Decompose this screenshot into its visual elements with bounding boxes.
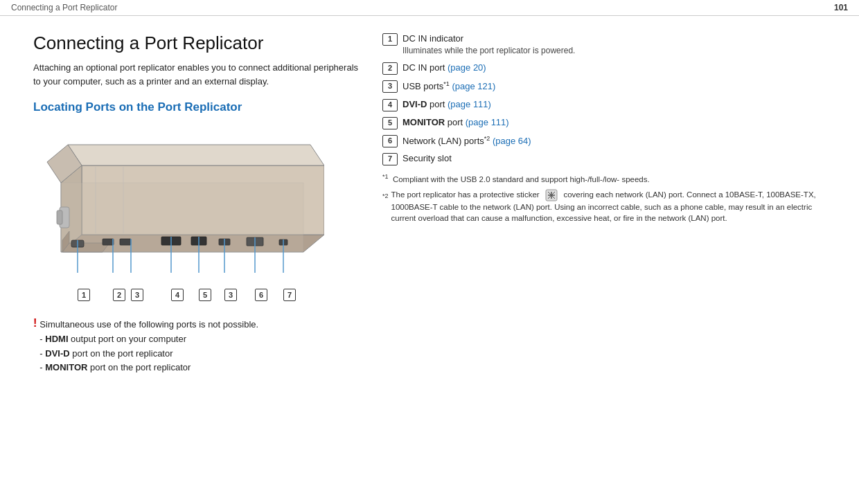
svg-marker-7 xyxy=(61,183,303,252)
number-row: 1 2 3 4 5 3 6 7 xyxy=(33,289,366,304)
page-number: 101 xyxy=(834,3,848,12)
port-num-3: 3 xyxy=(382,80,398,93)
footnote-2-text: The port replicator has a protective sti… xyxy=(391,189,837,224)
port-link-2[interactable]: (page 20) xyxy=(448,62,486,73)
num-badge-4: 4 xyxy=(171,289,184,301)
num-badge-5: 5 xyxy=(199,289,211,301)
fn-num-1: *1 xyxy=(382,173,389,180)
num-badge-2: 2 xyxy=(113,289,125,301)
warning-item-1: - HDMI output port on your computer xyxy=(39,332,258,347)
port-num-2: 2 xyxy=(382,62,398,75)
num-badge-7: 7 xyxy=(283,289,296,301)
port-link-3[interactable]: (page 121) xyxy=(452,81,495,91)
port-link-5[interactable]: (page 111) xyxy=(466,117,509,127)
port-item-5: 5 MONITOR port (page 111) xyxy=(382,116,837,129)
intro-text: Attaching an optional port replicator en… xyxy=(33,61,366,88)
right-panel: 1 DC IN indicator Illuminates while the … xyxy=(366,33,837,304)
num-badge-3b: 3 xyxy=(224,289,237,301)
port-num-4: 4 xyxy=(382,99,398,111)
port-desc-1: DC IN indicator Illuminates while the po… xyxy=(402,33,837,57)
port-item-1: 1 DC IN indicator Illuminates while the … xyxy=(382,33,837,57)
footnote-section: *1 Compliant with the USB 2.0 standard a… xyxy=(382,172,837,224)
port-replicator-diagram xyxy=(33,124,324,273)
port-desc-2: DC IN port (page 20) xyxy=(402,62,837,74)
bottom-warning: ! Simultaneous use of the following port… xyxy=(0,318,859,386)
port-num-1: 1 xyxy=(382,33,398,46)
svg-rect-11 xyxy=(103,239,114,245)
port-num-6: 6 xyxy=(382,135,398,147)
warning-block: ! Simultaneous use of the following port… xyxy=(33,318,826,375)
port-desc-7: Security slot xyxy=(402,152,837,165)
warning-symbol: ! xyxy=(33,318,37,329)
diagram-container xyxy=(33,124,324,283)
warning-content: Simultaneous use of the following ports … xyxy=(39,318,258,375)
port-item-4: 4 DVI-D port (page 111) xyxy=(382,98,837,111)
port-item-7: 7 Security slot xyxy=(382,152,837,165)
port-desc-5: MONITOR port (page 111) xyxy=(402,116,837,129)
port-desc-3: USB ports*1 (page 121) xyxy=(402,80,837,93)
port-link-4[interactable]: (page 111) xyxy=(448,99,491,109)
svg-rect-27 xyxy=(57,210,62,224)
warning-item-2: - DVI-D port on the port replicator xyxy=(39,347,258,361)
warning-item-3: - MONITOR port on the port replicator xyxy=(39,361,258,375)
svg-marker-3 xyxy=(68,145,324,165)
num-badge-3a: 3 xyxy=(131,289,143,301)
top-bar-left: Connecting a Port Replicator xyxy=(11,3,117,12)
page-title: Connecting a Port Replicator xyxy=(33,33,366,54)
port-desc-6: Network (LAN) ports*2 (page 64) xyxy=(402,134,837,148)
network-sticker-icon xyxy=(545,189,558,201)
fn-num-2: *2 xyxy=(382,192,389,201)
left-panel: Connecting a Port Replicator Attaching a… xyxy=(33,33,366,304)
port-item-3: 3 USB ports*1 (page 121) xyxy=(382,80,837,93)
warning-title-text: Simultaneous use of the following ports … xyxy=(39,318,258,332)
port-desc-4: DVI-D port (page 111) xyxy=(402,98,837,111)
port-item-6: 6 Network (LAN) ports*2 (page 64) xyxy=(382,134,837,148)
num-badge-6: 6 xyxy=(255,289,267,301)
footnote-2: *2 The port replicator has a protective … xyxy=(382,189,837,224)
port-list: 1 DC IN indicator Illuminates while the … xyxy=(382,33,837,165)
port-num-7: 7 xyxy=(382,153,398,165)
port-item-2: 2 DC IN port (page 20) xyxy=(382,62,837,75)
top-bar: Connecting a Port Replicator 101 xyxy=(0,0,859,16)
main-content: Connecting a Port Replicator Attaching a… xyxy=(0,16,859,315)
section-title: Locating Ports on the Port Replicator xyxy=(33,100,366,114)
port-link-6[interactable]: (page 64) xyxy=(493,136,531,146)
svg-rect-12 xyxy=(120,239,131,245)
port-sub-1: Illuminates while the port replicator is… xyxy=(402,45,837,57)
num-badge-1: 1 xyxy=(78,289,90,301)
footnote-1: *1 Compliant with the USB 2.0 standard a… xyxy=(382,172,837,185)
port-num-5: 5 xyxy=(382,117,398,129)
